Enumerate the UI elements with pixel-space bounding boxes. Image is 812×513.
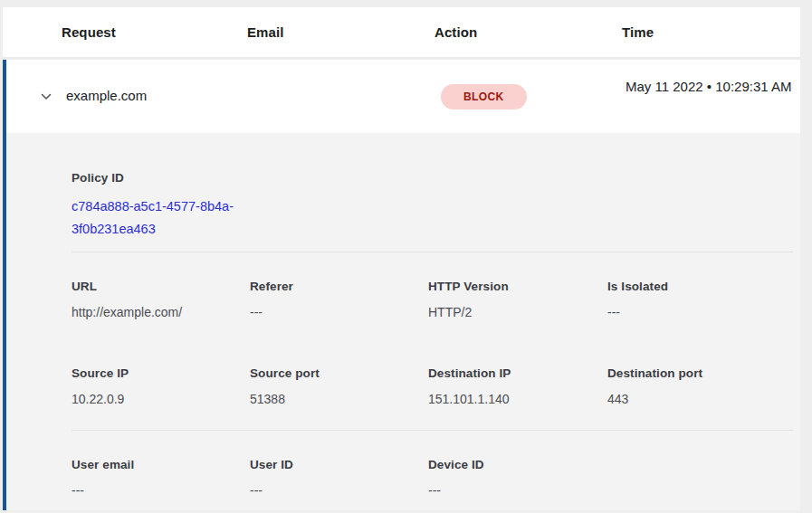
user-details-section: User email --- User ID --- Device ID ---: [72, 458, 793, 498]
field-value: 151.101.1.140: [428, 392, 607, 406]
row-details-panel: Policy ID c784a888-a5c1-4577-8b4a-3f0b23…: [3, 133, 800, 510]
action-badge: BLOCK: [441, 84, 527, 109]
field-destination-ip: Destination IP 151.101.1.140: [428, 366, 607, 406]
field-label: Is Isolated: [607, 280, 793, 293]
field-referer: Referer ---: [250, 280, 428, 319]
field-label: Source port: [250, 366, 428, 380]
field-value: 443: [607, 392, 793, 406]
field-is-isolated: Is Isolated ---: [607, 280, 793, 319]
field-value: http://example.com/: [72, 305, 250, 319]
table-row[interactable]: example.com BLOCK May 11 2022 • 10:29:31…: [3, 60, 800, 133]
column-header-request: Request: [62, 24, 247, 40]
field-label: Destination IP: [428, 366, 607, 380]
network-details-section: Source IP 10.22.0.9 Source port 51388 De…: [72, 366, 793, 406]
field-value: ---: [428, 483, 607, 498]
field-value: HTTP/2: [428, 305, 607, 319]
field-http-version: HTTP Version HTTP/2: [428, 280, 607, 319]
field-value: ---: [250, 305, 428, 319]
field-label: Device ID: [428, 458, 607, 471]
field-url: URL http://example.com/: [72, 280, 250, 319]
table-header: Request Email Action Time: [3, 7, 800, 60]
field-label: Referer: [250, 280, 428, 293]
divider: [72, 252, 793, 252]
field-label: User ID: [250, 458, 428, 471]
field-value: ---: [250, 483, 428, 498]
policy-id-label: Policy ID: [72, 171, 793, 185]
field-value: 10.22.0.9: [72, 392, 250, 406]
chevron-down-icon[interactable]: [38, 89, 54, 105]
field-label: User email: [72, 458, 250, 471]
column-header-action: Action: [435, 24, 622, 40]
field-label: URL: [72, 280, 250, 293]
field-destination-port: Destination port 443: [607, 366, 793, 406]
field-user-email: User email ---: [72, 458, 250, 498]
page: Request Email Action Time example.com BL…: [0, 0, 812, 513]
field-label: Destination port: [607, 366, 793, 380]
column-header-email: Email: [247, 24, 435, 40]
field-value: 51388: [250, 392, 428, 406]
policy-id-block: Policy ID c784a888-a5c1-4577-8b4a-3f0b23…: [72, 171, 793, 241]
policy-id-link[interactable]: c784a888-a5c1-4577-8b4a-3f0b231ea463: [72, 195, 249, 241]
field-value: ---: [72, 483, 250, 498]
divider: [72, 430, 793, 431]
field-empty: [607, 458, 793, 498]
column-header-time: Time: [622, 24, 800, 40]
http-details-section: URL http://example.com/ Referer --- HTTP…: [72, 280, 793, 319]
field-value: ---: [607, 305, 793, 319]
time-value: May 11 2022 • 10:29:31 AM: [626, 76, 794, 98]
field-label: Source IP: [72, 366, 250, 380]
field-label: HTTP Version: [428, 280, 607, 293]
field-source-port: Source port 51388: [250, 366, 428, 406]
field-device-id: Device ID ---: [428, 458, 607, 498]
field-source-ip: Source IP 10.22.0.9: [72, 366, 250, 406]
field-user-id: User ID ---: [250, 458, 428, 498]
request-domain: example.com: [66, 88, 147, 103]
requests-log-table: Request Email Action Time example.com BL…: [3, 7, 800, 510]
